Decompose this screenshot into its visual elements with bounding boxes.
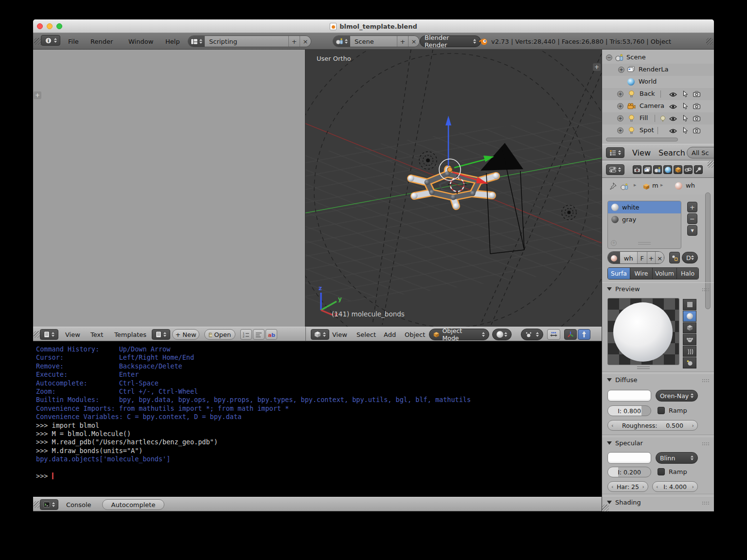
- outliner-row-camera[interactable]: + Camera: [602, 100, 714, 112]
- editor-type-console-button[interactable]: [40, 499, 58, 510]
- text-menu-templates[interactable]: Templates: [114, 327, 146, 342]
- tab-modifiers[interactable]: [694, 165, 703, 174]
- object-cube-icon[interactable]: [643, 183, 650, 192]
- delete-screen-layout-button[interactable]: ×: [300, 36, 311, 47]
- editor-type-info-button[interactable]: i: [41, 35, 60, 46]
- add-scene-button[interactable]: +: [397, 36, 408, 47]
- renderability-camera-icon[interactable]: [693, 91, 700, 99]
- expand-icon[interactable]: +: [617, 91, 623, 97]
- material-specials-button[interactable]: ▼: [687, 225, 697, 236]
- outliner-item-label[interactable]: Spot: [640, 126, 654, 134]
- panel-drag-dots-icon[interactable]: [702, 288, 710, 291]
- pivot-point-dropdown[interactable]: [521, 329, 543, 340]
- viewport-canvas[interactable]: [305, 50, 602, 327]
- outliner-horizontal-scrollbar[interactable]: [606, 138, 678, 141]
- diffuse-roughness-slider[interactable]: ‹ Roughness: 0.500 ›: [607, 420, 698, 431]
- diffuse-intensity-slider[interactable]: I: 0.800: [607, 405, 651, 416]
- visibility-eye-icon[interactable]: [669, 104, 677, 111]
- decrement-icon[interactable]: ‹: [611, 422, 613, 429]
- corner-grip[interactable]: [706, 38, 713, 45]
- panel-drag-dots-icon[interactable]: [702, 501, 710, 505]
- tab-surface[interactable]: Surfa: [608, 268, 630, 279]
- outliner-item-label[interactable]: Camera: [640, 102, 664, 109]
- tab-render-layers[interactable]: [643, 165, 652, 174]
- scene-dropdown[interactable]: [333, 36, 350, 47]
- corner-grip[interactable]: [34, 38, 41, 45]
- material-display-dropdown[interactable]: D: [682, 252, 698, 263]
- renderability-camera-icon[interactable]: [693, 127, 700, 135]
- view3d-menu-view[interactable]: View: [332, 327, 347, 342]
- preview-monkey-button[interactable]: [683, 334, 696, 345]
- pin-icon[interactable]: [609, 182, 617, 192]
- corner-grip[interactable]: [34, 501, 40, 508]
- collapse-icon[interactable]: −: [606, 54, 612, 61]
- preview-resize-grip[interactable]: [637, 367, 650, 369]
- corner-grip[interactable]: [602, 505, 609, 511]
- decrement-icon[interactable]: ‹: [611, 484, 613, 490]
- increment-icon[interactable]: ›: [692, 422, 694, 429]
- panel-header-shading[interactable]: Shading: [602, 496, 714, 508]
- expand-icon[interactable]: +: [617, 115, 623, 122]
- specular-shader-dropdown[interactable]: Blinn: [656, 452, 698, 464]
- specular-color-swatch[interactable]: [607, 452, 651, 464]
- specular-ramp-checkbox[interactable]: [658, 468, 665, 475]
- material-name-field[interactable]: wh: [620, 252, 637, 264]
- renderability-camera-icon[interactable]: [693, 115, 700, 123]
- remove-material-slot-button[interactable]: −: [687, 213, 697, 224]
- material-slot-gray[interactable]: gray: [608, 213, 681, 226]
- unlink-material-button[interactable]: ×: [655, 252, 664, 264]
- scene-name[interactable]: Scene: [350, 36, 397, 47]
- tab-world[interactable]: [663, 165, 672, 174]
- outliner-item-label[interactable]: World: [639, 78, 657, 85]
- specular-hardness-slider[interactable]: ‹ Har: 25 ›: [607, 481, 648, 492]
- preview-sphere-button[interactable]: [683, 311, 696, 322]
- visibility-eye-icon[interactable]: [669, 128, 677, 135]
- word-wrap-toggle[interactable]: [253, 329, 265, 340]
- panel-header-diffuse[interactable]: Diffuse: [602, 373, 714, 386]
- outliner-item-label[interactable]: Back: [640, 90, 655, 97]
- outliner-row-world[interactable]: World: [602, 76, 714, 88]
- tab-halo[interactable]: Halo: [677, 268, 698, 279]
- menu-render[interactable]: Render: [90, 33, 113, 50]
- menu-file[interactable]: File: [68, 33, 79, 50]
- screen-layout-name[interactable]: Scripting: [205, 36, 288, 47]
- preview-cube-button[interactable]: [683, 322, 696, 333]
- menu-window[interactable]: Window: [128, 33, 153, 50]
- expand-icon[interactable]: +: [617, 127, 623, 134]
- panel-drag-dots-icon[interactable]: [702, 379, 710, 382]
- console-prompt-line[interactable]: >>>: [36, 472, 602, 480]
- new-text-button[interactable]: + New: [172, 329, 199, 340]
- material-browse-button[interactable]: [608, 252, 620, 264]
- tab-object[interactable]: [674, 165, 682, 174]
- selectability-cursor-icon[interactable]: [683, 90, 688, 99]
- panel-header-preview[interactable]: Preview: [602, 282, 714, 295]
- preview-flat-button[interactable]: [683, 299, 696, 310]
- view3d-menu-select[interactable]: Select: [356, 327, 376, 342]
- text-datablock-button[interactable]: [152, 329, 170, 340]
- tab-volume[interactable]: Volum: [653, 268, 677, 279]
- selectability-cursor-icon[interactable]: [683, 103, 688, 111]
- breadcrumb-material-name[interactable]: wh: [686, 182, 695, 189]
- fake-user-button[interactable]: F: [637, 252, 647, 264]
- editor-type-3dview-button[interactable]: [311, 329, 329, 340]
- autocomplete-button[interactable]: Autocomplete: [102, 499, 164, 510]
- decrement-icon[interactable]: ‹: [656, 484, 658, 490]
- translate-manipulator-button[interactable]: [578, 329, 590, 340]
- outliner-row-spot[interactable]: + Spot: [602, 124, 714, 137]
- menu-help[interactable]: Help: [165, 33, 180, 50]
- mode-dropdown[interactable]: Object Mode: [429, 329, 489, 340]
- outliner-row-renderlayers[interactable]: + RenderLa: [602, 64, 714, 76]
- visibility-eye-icon[interactable]: [669, 116, 677, 123]
- expand-icon[interactable]: +: [617, 103, 623, 109]
- screen-layout-dropdown[interactable]: [188, 36, 205, 47]
- diffuse-color-swatch[interactable]: [607, 390, 651, 402]
- view3d-menu-add[interactable]: Add: [384, 327, 396, 342]
- outliner-menu-search[interactable]: Search: [658, 144, 685, 161]
- outliner-item-label[interactable]: RenderLa: [639, 66, 669, 73]
- material-nodes-button[interactable]: [669, 252, 680, 263]
- open-text-button[interactable]: Open: [204, 329, 235, 340]
- corner-grip[interactable]: [34, 331, 40, 338]
- outliner-row-fill[interactable]: + Fill: [602, 112, 714, 124]
- text-menu-view[interactable]: View: [65, 327, 80, 342]
- breadcrumb-object-name[interactable]: m: [652, 182, 658, 189]
